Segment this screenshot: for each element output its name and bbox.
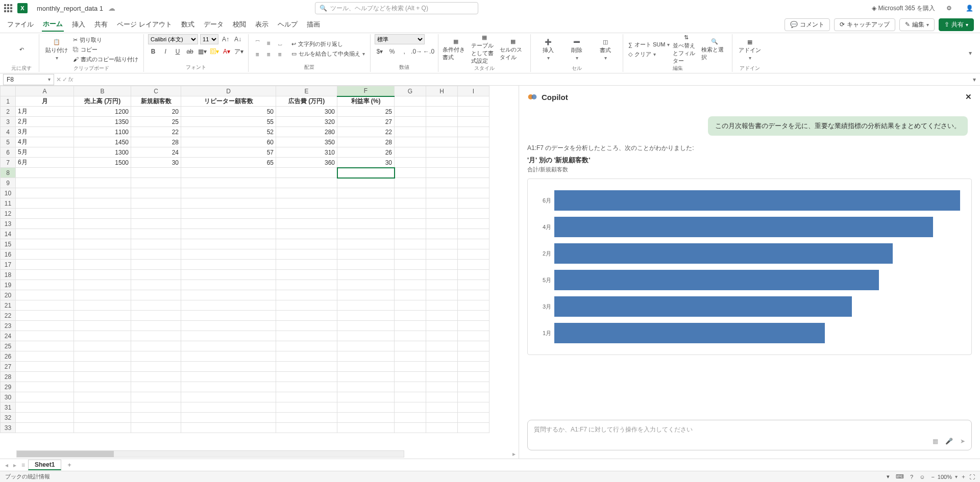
row-header-22[interactable]: 22 — [1, 311, 16, 321]
cell-H32[interactable] — [426, 413, 458, 423]
cell-H17[interactable] — [426, 260, 458, 270]
cell-F3[interactable]: 27 — [337, 117, 395, 127]
cell-A27[interactable] — [16, 362, 74, 372]
cell-B1[interactable]: 売上高 (万円) — [74, 96, 131, 107]
cell-E12[interactable] — [276, 209, 337, 219]
cell-C1[interactable]: 新規顧客数 — [131, 96, 181, 107]
search-box[interactable]: 🔍 ツール、ヘルプなどを検索 (Alt + Q) — [315, 2, 478, 14]
cell-B13[interactable] — [74, 219, 131, 229]
cell-H19[interactable] — [426, 280, 458, 290]
cell-B26[interactable] — [74, 351, 131, 362]
cell-C21[interactable] — [131, 300, 181, 311]
cell-F29[interactable] — [337, 382, 395, 392]
cell-D18[interactable] — [181, 270, 276, 280]
shrink-font-button[interactable]: A↓ — [233, 34, 243, 44]
comma-format-button[interactable]: , — [399, 46, 409, 57]
align-center-button[interactable]: ≡ — [264, 50, 273, 59]
cell-F12[interactable] — [337, 209, 395, 219]
cell-E16[interactable] — [276, 249, 337, 260]
cell-G9[interactable] — [395, 178, 426, 188]
cell-F8[interactable] — [337, 168, 395, 178]
cell-F2[interactable]: 25 — [337, 107, 395, 117]
cell-B7[interactable]: 1500 — [74, 158, 131, 168]
cell-I1[interactable] — [458, 96, 489, 107]
sheet-nav-prev[interactable]: ◂ — [3, 462, 10, 469]
cell-C6[interactable]: 24 — [131, 147, 181, 158]
cell-G17[interactable] — [395, 260, 426, 270]
cell-I31[interactable] — [458, 402, 489, 413]
cell-B12[interactable] — [74, 209, 131, 219]
cell-D3[interactable]: 55 — [181, 117, 276, 127]
row-header-13[interactable]: 13 — [1, 219, 16, 229]
cell-D2[interactable]: 50 — [181, 107, 276, 117]
row-header-14[interactable]: 14 — [1, 229, 16, 239]
font-size-select[interactable]: 11 — [200, 34, 218, 44]
cell-G5[interactable] — [395, 137, 426, 147]
cell-I8[interactable] — [458, 168, 489, 178]
cell-H30[interactable] — [426, 392, 458, 402]
cell-C7[interactable]: 30 — [131, 158, 181, 168]
cell-F31[interactable] — [337, 402, 395, 413]
cancel-formula-icon[interactable]: ✕ — [56, 76, 61, 83]
cell-B32[interactable] — [74, 413, 131, 423]
increase-decimal-button[interactable]: .0→ — [411, 46, 422, 57]
cell-B21[interactable] — [74, 300, 131, 311]
cell-D25[interactable] — [181, 341, 276, 351]
cell-E10[interactable] — [276, 188, 337, 198]
cell-C13[interactable] — [131, 219, 181, 229]
cell-F5[interactable]: 28 — [337, 137, 395, 147]
cell-B5[interactable]: 1450 — [74, 137, 131, 147]
cell-C33[interactable] — [131, 423, 181, 433]
cell-I2[interactable] — [458, 107, 489, 117]
cell-I33[interactable] — [458, 423, 489, 433]
cell-H4[interactable] — [426, 127, 458, 137]
col-header-E[interactable]: E — [276, 86, 337, 96]
cell-H16[interactable] — [426, 249, 458, 260]
clear-button[interactable]: ◇クリア▾ — [627, 50, 671, 59]
cell-G23[interactable] — [395, 321, 426, 331]
cell-A4[interactable]: 3月 — [16, 127, 74, 137]
strike-button[interactable]: ab — [185, 46, 195, 57]
cell-E22[interactable] — [276, 311, 337, 321]
cell-I18[interactable] — [458, 270, 489, 280]
cell-G4[interactable] — [395, 127, 426, 137]
tab-review[interactable]: 校閲 — [232, 18, 247, 31]
cell-G19[interactable] — [395, 280, 426, 290]
insert-cells-button[interactable]: ➕挿入▾ — [535, 34, 561, 65]
col-header-B[interactable]: B — [74, 86, 131, 96]
cell-D23[interactable] — [181, 321, 276, 331]
cell-A3[interactable]: 2月 — [16, 117, 74, 127]
cell-A6[interactable]: 5月 — [16, 147, 74, 158]
cell-E21[interactable] — [276, 300, 337, 311]
cell-B33[interactable] — [74, 423, 131, 433]
tab-formulas[interactable]: 数式 — [180, 18, 195, 31]
cell-B3[interactable]: 1350 — [74, 117, 131, 127]
cell-G22[interactable] — [395, 311, 426, 321]
border-button[interactable]: ▦▾ — [197, 46, 207, 57]
row-header-27[interactable]: 27 — [1, 362, 16, 372]
col-header-D[interactable]: D — [181, 86, 276, 96]
cell-D24[interactable] — [181, 331, 276, 341]
row-header-16[interactable]: 16 — [1, 249, 16, 260]
cell-C11[interactable] — [131, 198, 181, 209]
cell-B31[interactable] — [74, 402, 131, 413]
cell-B4[interactable]: 1100 — [74, 127, 131, 137]
cell-D4[interactable]: 52 — [181, 127, 276, 137]
cell-styles-button[interactable]: ▦セルのスタイル — [500, 34, 526, 65]
cut-button[interactable]: ✂切り取り — [72, 36, 139, 44]
cell-A29[interactable] — [16, 382, 74, 392]
cell-G25[interactable] — [395, 341, 426, 351]
cell-G27[interactable] — [395, 362, 426, 372]
format-painter-button[interactable]: 🖌書式のコピー/貼り付け — [72, 55, 139, 64]
row-header-17[interactable]: 17 — [1, 260, 16, 270]
format-cells-button[interactable]: ◫書式▾ — [592, 34, 619, 65]
row-header-20[interactable]: 20 — [1, 290, 16, 300]
cell-D30[interactable] — [181, 392, 276, 402]
cell-A9[interactable] — [16, 178, 74, 188]
cell-I28[interactable] — [458, 372, 489, 382]
cell-H10[interactable] — [426, 188, 458, 198]
row-header-8[interactable]: 8 — [1, 168, 16, 178]
cell-B6[interactable]: 1300 — [74, 147, 131, 158]
cell-A20[interactable] — [16, 290, 74, 300]
cell-C10[interactable] — [131, 188, 181, 198]
